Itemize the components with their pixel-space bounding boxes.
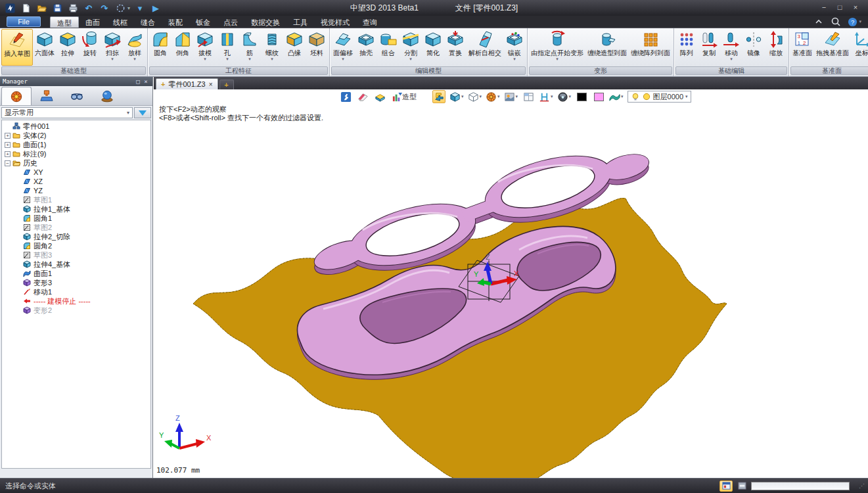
tree-item[interactable]: 圆角2	[2, 241, 150, 250]
tree-item[interactable]: XY	[2, 168, 150, 177]
menu-tab-item[interactable]: 点云	[217, 16, 244, 28]
ribbon-button-copy[interactable]: 复制	[698, 29, 720, 66]
graphics-area[interactable]: 按下<F2>动态的观察 <F8>或者<Shift-roll> 查找下一个有效的过…	[154, 104, 868, 478]
tree-item[interactable]: 拉伸4_基体	[2, 260, 150, 269]
collapse-ribbon-icon[interactable]	[813, 16, 824, 27]
save-file-icon[interactable]	[51, 2, 63, 14]
ribbon-button-rib[interactable]: 筋▾	[239, 29, 261, 66]
resize-grip[interactable]: ⋰	[859, 482, 868, 489]
chevron-down-icon[interactable]: ▾	[685, 94, 688, 99]
chevron-down-icon[interactable]: ▾	[204, 57, 206, 62]
viewport-layout[interactable]	[522, 90, 535, 103]
ribbon-button-wrapshape[interactable]: 缠绕造型到面	[585, 29, 629, 66]
tree-item[interactable]: ----- 建模停止 -----	[2, 296, 150, 306]
surface-display[interactable]: ▾	[609, 90, 624, 103]
tree-item[interactable]: −历史	[2, 158, 150, 168]
eraser-tool[interactable]	[356, 90, 369, 103]
chevron-down-icon[interactable]: ▾	[226, 57, 229, 62]
chevron-down-icon[interactable]: ▾	[461, 94, 464, 99]
print-icon[interactable]	[67, 2, 79, 14]
history-manager-tab[interactable]	[1, 87, 32, 105]
ribbon-button-hole[interactable]: 孔▾	[216, 29, 239, 66]
ribbon-button-heal[interactable]: 解析自相交	[467, 29, 503, 66]
manager-maximize-icon[interactable]: □	[134, 78, 142, 85]
ribbon-button-fillet[interactable]: 圆角	[149, 29, 171, 66]
close-tab-icon[interactable]: ×	[209, 81, 213, 88]
chevron-down-icon[interactable]: ▾	[569, 94, 572, 99]
menu-tab-item[interactable]: 数据交换	[244, 16, 286, 28]
ribbon-button-revolve[interactable]: 旋转	[79, 29, 101, 66]
menu-tab-item[interactable]: 钣金	[189, 16, 217, 28]
ribbon-button-warppoint[interactable]: 由指定点开始变形▾	[529, 29, 585, 66]
redo-icon[interactable]: ↷	[99, 2, 110, 14]
tree-item[interactable]: 变形2	[2, 306, 150, 315]
new-file-icon[interactable]	[20, 2, 32, 14]
play-icon[interactable]: ▶	[150, 2, 162, 14]
ribbon-button-inlay[interactable]: 镶嵌▾	[503, 29, 526, 66]
ribbon-button-csys[interactable]: 坐标	[851, 29, 868, 66]
layer-combo[interactable]: 图层0000▾	[628, 91, 691, 103]
view-manager-tab[interactable]	[92, 87, 122, 105]
menu-tab-item[interactable]: 曲面	[79, 16, 106, 28]
ribbon-button-extrude[interactable]: 拉伸	[57, 29, 79, 66]
tree-expander[interactable]: +	[5, 151, 11, 157]
tree-item[interactable]: +标注(9)	[2, 149, 150, 158]
close-button[interactable]: ×	[848, 3, 863, 13]
chevron-down-icon[interactable]: ▾	[111, 57, 114, 62]
chevron-down-icon[interactable]: ▾	[621, 94, 624, 99]
redefine-tool[interactable]	[432, 90, 445, 103]
menu-tab-item[interactable]: 查询	[356, 16, 384, 28]
ribbon-button-stock[interactable]: 坯料	[306, 29, 328, 66]
lightbulb-icon[interactable]	[631, 92, 640, 101]
chevron-down-icon[interactable]: ▾	[551, 94, 553, 99]
tree-item[interactable]: 曲面1	[2, 269, 150, 278]
tree-expander[interactable]: +	[5, 142, 11, 148]
chevron-down-icon[interactable]: ▾	[409, 57, 412, 62]
ribbon-button-scale[interactable]: 缩放	[765, 29, 787, 66]
ribbon-button-sweep[interactable]: 扫掠▾	[101, 29, 124, 66]
tree-expander[interactable]: −	[5, 160, 11, 166]
chevron-down-icon[interactable]: ▾	[556, 57, 559, 62]
ribbon-button-pattern[interactable]: 阵列	[675, 29, 698, 66]
chevron-down-icon[interactable]: ▾	[342, 57, 344, 62]
background-settings[interactable]: ▾	[504, 90, 518, 103]
ribbon-button-simplify[interactable]: 简化	[422, 29, 444, 66]
menu-tab-item[interactable]: 装配	[162, 16, 189, 28]
ribbon-button-datum[interactable]: 312基准面	[790, 29, 814, 66]
show-entities-tool[interactable]	[373, 90, 386, 103]
chevron-down-icon[interactable]: ▾	[248, 57, 251, 62]
tree-item[interactable]: XZ	[2, 177, 150, 186]
layer-color-icon[interactable]	[642, 92, 651, 101]
filter-button[interactable]	[134, 107, 151, 118]
escape-tool[interactable]	[339, 90, 352, 103]
assembly-manager-tab[interactable]	[32, 87, 62, 105]
tree-item[interactable]: 草图3	[2, 250, 150, 260]
ribbon-button-wrappattern[interactable]: 缠绕阵列到面	[629, 29, 672, 66]
qat-menu-icon[interactable]: ▾	[134, 2, 146, 14]
chevron-down-icon[interactable]: ▾	[133, 57, 136, 62]
chevron-down-icon[interactable]: ▾	[127, 5, 130, 11]
new-document-tab-button[interactable]: +	[219, 80, 234, 89]
ribbon-button-loft[interactable]: 放样▾	[124, 29, 146, 66]
tree-expander[interactable]: +	[5, 133, 11, 139]
pick-filter-icon[interactable]	[114, 2, 126, 14]
edge-color-swatch[interactable]	[575, 90, 588, 103]
search-icon[interactable]	[831, 16, 841, 27]
shaded-display[interactable]: ▾	[449, 90, 464, 103]
ribbon-button-faceoffset[interactable]: 面偏移▾	[331, 29, 355, 66]
view-orientation[interactable]: ▾	[486, 90, 500, 103]
wireframe-display[interactable]: ▾	[468, 90, 482, 103]
chevron-down-icon[interactable]: ▾	[516, 94, 518, 99]
manager-close-icon[interactable]: ×	[142, 78, 150, 85]
chevron-down-icon[interactable]: ▾	[480, 94, 482, 99]
help-icon[interactable]: ?▾	[848, 17, 861, 27]
open-file-icon[interactable]	[35, 2, 47, 14]
manager-toggle-button[interactable]	[720, 481, 733, 492]
tree-item[interactable]: 移动1	[2, 287, 150, 296]
ribbon-button-shell[interactable]: 抽壳	[355, 29, 377, 66]
ribbon-button-movebtn[interactable]: 移动▾	[720, 29, 742, 66]
chevron-down-icon[interactable]: ▾	[271, 57, 273, 62]
menu-tab-item[interactable]: 视觉样式	[314, 16, 356, 28]
menu-tab-item[interactable]: 缝合	[134, 16, 162, 28]
tree-item[interactable]: 草图1	[2, 195, 150, 204]
